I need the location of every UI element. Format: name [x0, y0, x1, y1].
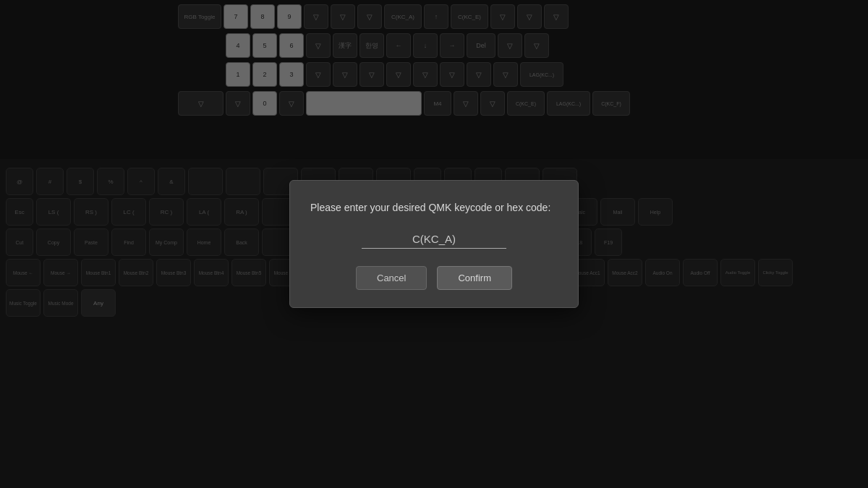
- cancel-button[interactable]: Cancel: [356, 266, 427, 290]
- dialog-title: Please enter your desired QMK keycode or…: [310, 201, 558, 215]
- dialog-buttons: Cancel Confirm: [310, 266, 558, 290]
- keycode-dialog: Please enter your desired QMK keycode or…: [289, 180, 579, 308]
- confirm-button[interactable]: Confirm: [437, 266, 512, 290]
- keycode-input[interactable]: [362, 230, 506, 249]
- dialog-overlay: Please enter your desired QMK keycode or…: [0, 0, 868, 488]
- dialog-input-container: [310, 230, 558, 249]
